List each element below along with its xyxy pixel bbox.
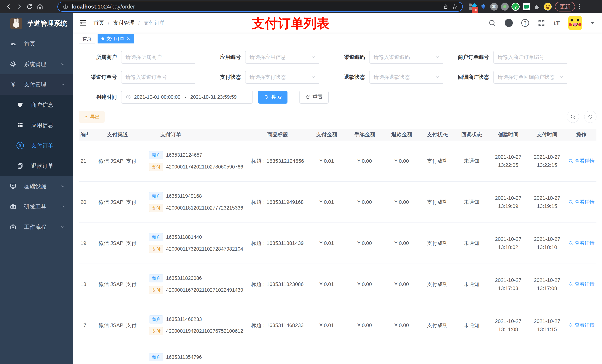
sidebar-item-label: 基础设施 [24,183,46,190]
reset-button[interactable]: 重置 [299,91,329,104]
search-icon[interactable] [488,19,496,27]
avatar[interactable] [568,16,582,30]
view-details-link[interactable]: 查看详情 [568,199,595,205]
refresh-table-button[interactable] [584,111,596,123]
documents-icon [16,162,24,169]
fullscreen-icon[interactable] [538,19,545,27]
sidebar-item-label: 研发工具 [24,203,46,210]
pay-tag: 支付 [149,163,163,171]
create-time-cell: 2021-10-2713:19:09 [489,194,527,210]
extensions-puzzle-icon[interactable] [533,2,541,11]
close-tab-icon[interactable] [127,37,130,41]
fee-amount-cell: ¥ 0.00 [346,240,383,246]
tab-pay-order[interactable]: 支付订单 [97,34,134,43]
pay-status-cell: 支付成功 [420,199,454,206]
pay-status-select[interactable]: 请选择支付状态 [245,71,320,83]
github-icon[interactable] [505,19,513,27]
sidebar-item-dev-tools[interactable]: 研发工具 [0,197,73,217]
table-body: 21 微信 JSAPI 支付 商户 1635312124657 支付 42000… [79,141,596,346]
chevron-down-icon [559,75,564,80]
sidebar-item-payment[interactable]: ¥ 支付管理 [0,74,73,95]
merchant-order-no-input[interactable]: 请输入商户订单编号 [493,51,568,64]
profile-avatar-icon[interactable] [544,2,552,11]
tab-home[interactable]: 首页 [79,34,95,43]
refund-amount-cell: ¥ 0.00 [383,240,420,246]
home-icon[interactable] [35,1,45,12]
forward-icon[interactable] [14,1,24,12]
help-icon[interactable] [521,19,529,27]
search-icon [264,94,269,100]
browser-menu-icon[interactable] [578,3,582,11]
fee-amount-cell: ¥ 0.00 [346,322,383,328]
breadcrumb-payment[interactable]: 支付管理 [113,19,135,27]
sidebar-item-refund-order[interactable]: 退款订单 [0,156,73,176]
page-content: 所属商户 请选择所属商户 应用编号 请选择应用信息 渠道编码 请输入渠道编码 商… [73,45,602,364]
view-details-link[interactable]: 查看详情 [568,281,595,287]
extension-gem-icon[interactable] [479,2,488,11]
site-info-icon[interactable] [63,4,68,10]
channel-code-select[interactable]: 请输入渠道编码 [369,51,444,64]
sidebar-item-infrastructure[interactable]: 基础设施 [0,176,73,197]
pay-amount-cell: ¥ 0.01 [307,199,346,205]
top-navbar: 首页 / 支付管理 / 支付订单 支付订单列表 [73,13,602,32]
order-id-cell: 20 [79,199,88,205]
bookmark-star-icon[interactable] [452,4,457,10]
extension-blocks-icon[interactable]: 10 [468,2,477,11]
breadcrumb-home[interactable]: 首页 [94,19,104,27]
view-details-link[interactable]: 查看详情 [568,157,595,164]
view-details-link[interactable]: 查看详情 [568,240,595,246]
pay-order-cell: 商户 1635312124657 支付 42000011742021102780… [147,151,248,171]
search-button[interactable]: 搜索 [258,91,288,104]
avatar-caret-icon[interactable] [591,22,595,26]
merchant-select[interactable]: 请选择所属商户 [121,51,196,64]
sidebar-item-label: 支付订单 [31,142,53,149]
field-label: 支付状态 [203,74,245,81]
chevron-down-icon [311,55,316,60]
chevron-down-icon [435,75,440,80]
browser-update-button[interactable]: 更新 [555,2,575,11]
font-size-icon[interactable] [554,20,560,27]
url-bar[interactable]: localhost:1024/pay/order [57,2,463,12]
channel-order-no-input[interactable]: 请输入渠道订单号 [121,71,196,83]
extension-chat-icon[interactable] [522,2,531,11]
extension-command-icon[interactable] [490,2,498,11]
sidebar-fold-icon[interactable] [79,19,87,27]
actions-cell: 查看详情 [567,157,596,165]
sidebar-item-label: 工作流程 [24,223,46,231]
sidebar-item-label: 支付管理 [24,81,46,88]
pay-channel-cell: 微信 JSAPI 支付 [88,281,147,288]
pay-status-cell: 支付成功 [420,322,454,329]
app-logo[interactable]: 芋道管理系统 [0,13,73,34]
refresh-icon [588,114,593,119]
pay-amount-cell: ¥ 0.01 [307,281,346,287]
create-time-range-picker[interactable]: 2021-10-01 00:00:00 - 2021-10-31 23:59:5… [121,91,253,104]
sidebar-item-workflow[interactable]: 工作流程 [0,217,73,237]
pay-amount-cell: ¥ 0.01 [307,158,346,164]
sidebar-item-app-info[interactable]: 应用信息 [0,115,73,135]
chevron-up-icon [60,82,65,87]
order-id-cell: 18 [79,281,88,287]
sidebar-item-merchant-info[interactable]: 商户信息 [0,95,73,115]
chevron-down-icon [60,204,65,209]
export-button[interactable]: 导出 [79,111,105,123]
back-icon[interactable] [4,1,14,12]
extension-record-icon[interactable] [501,2,509,11]
table-row-partial: 商户 1635311354796 [79,346,596,364]
fee-amount-cell: ¥ 0.00 [346,199,383,205]
magnifier-icon [568,199,573,204]
sidebar-item-pay-order[interactable]: ¥ 支付订单 [0,135,73,156]
actions-cell: 查看详情 [567,281,596,288]
share-icon[interactable] [443,4,449,10]
notify-status-select[interactable]: 请选择订单回调商户状态 [493,71,568,83]
reload-icon[interactable] [24,1,35,12]
view-details-link[interactable]: 查看详情 [568,322,595,329]
sidebar-item-system[interactable]: 系统管理 [0,54,73,74]
refund-status-select[interactable]: 请选择退款状态 [369,71,444,83]
toggle-search-button[interactable] [567,111,579,123]
col-fee: 手续金额 [346,131,383,138]
yen-icon: ¥ [9,81,17,88]
chevron-down-icon [60,62,65,67]
app-select[interactable]: 请选择应用信息 [245,51,320,64]
sidebar-item-home[interactable]: 首页 [0,34,73,54]
extension-y-icon[interactable] [511,2,520,11]
